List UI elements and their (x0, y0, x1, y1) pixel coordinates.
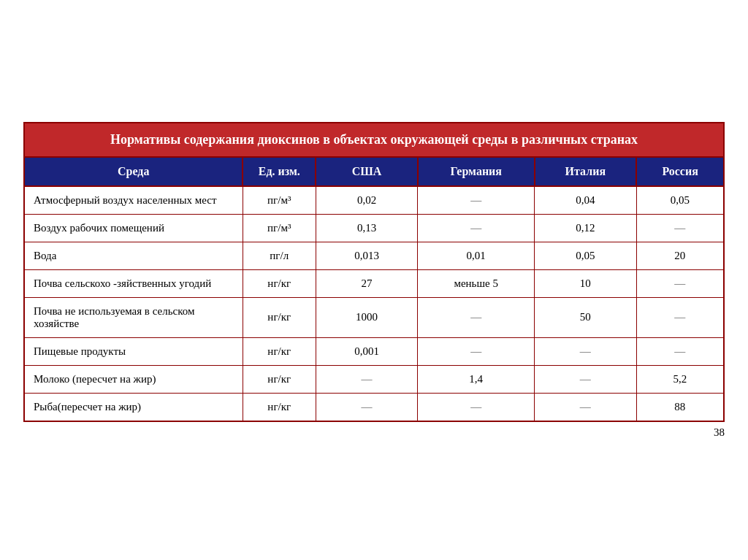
cell-env: Вода (24, 242, 243, 269)
cell-russia: — (636, 269, 724, 297)
cell-germany: — (418, 186, 535, 215)
cell-unit: пг/м³ (243, 186, 316, 215)
cell-russia: 88 (636, 393, 724, 421)
cell-italy: 0,04 (535, 186, 637, 215)
cell-env: Атмосферный воздух населенных мест (24, 186, 243, 215)
cell-env: Почва сельскохо -зяйственных угодий (24, 269, 243, 297)
cell-env: Почва не используемая в сельском хозяйст… (24, 297, 243, 337)
cell-usa: 0,001 (316, 337, 418, 365)
table-row: Пищевые продуктынг/кг0,001——— (24, 337, 724, 365)
cell-unit: пг/м³ (243, 214, 316, 242)
cell-usa: — (316, 365, 418, 393)
cell-unit: нг/кг (243, 297, 316, 337)
cell-italy: 0,12 (535, 214, 637, 242)
main-table: Нормативы содержания диоксинов в объекта… (23, 122, 725, 422)
table-body: Атмосферный воздух населенных местпг/м³0… (24, 186, 724, 421)
table-row: Рыба(пересчет на жир)нг/кг———88 (24, 393, 724, 421)
table-title: Нормативы содержания диоксинов в объекта… (24, 123, 724, 157)
cell-env: Воздух рабочих помещений (24, 214, 243, 242)
cell-russia: 5,2 (636, 365, 724, 393)
table-row: Почва не используемая в сельском хозяйст… (24, 297, 724, 337)
cell-usa: — (316, 393, 418, 421)
cell-russia: — (636, 337, 724, 365)
title-row: Нормативы содержания диоксинов в объекта… (24, 123, 724, 157)
cell-italy: — (535, 365, 637, 393)
cell-germany: 1,4 (418, 365, 535, 393)
cell-germany: 0,01 (418, 242, 535, 269)
cell-germany: меньше 5 (418, 269, 535, 297)
cell-italy: 10 (535, 269, 637, 297)
cell-unit: нг/кг (243, 269, 316, 297)
cell-italy: 50 (535, 297, 637, 337)
header-env: Среда (24, 157, 243, 186)
header-unit: Ед. изм. (243, 157, 316, 186)
cell-italy: — (535, 337, 637, 365)
cell-russia: — (636, 214, 724, 242)
cell-unit: нг/кг (243, 365, 316, 393)
header-russia: Россия (636, 157, 724, 186)
cell-russia: — (636, 297, 724, 337)
cell-germany: — (418, 393, 535, 421)
cell-germany: — (418, 214, 535, 242)
header-usa: США (316, 157, 418, 186)
cell-germany: — (418, 297, 535, 337)
cell-unit: пг/л (243, 242, 316, 269)
cell-env: Пищевые продукты (24, 337, 243, 365)
cell-unit: нг/кг (243, 393, 316, 421)
cell-italy: 0,05 (535, 242, 637, 269)
cell-env: Молоко (пересчет на жир) (24, 365, 243, 393)
cell-env: Рыба(пересчет на жир) (24, 393, 243, 421)
cell-italy: — (535, 393, 637, 421)
table-row: Атмосферный воздух населенных местпг/м³0… (24, 186, 724, 215)
cell-russia: 20 (636, 242, 724, 269)
page-container: Нормативы содержания диоксинов в объекта… (23, 122, 725, 439)
cell-usa: 0,013 (316, 242, 418, 269)
header-germany: Германия (418, 157, 535, 186)
table-row: Водапг/л0,0130,010,0520 (24, 242, 724, 269)
cell-usa: 1000 (316, 297, 418, 337)
page-number: 38 (23, 426, 725, 439)
table-row: Почва сельскохо -зяйственных угодийнг/кг… (24, 269, 724, 297)
cell-usa: 27 (316, 269, 418, 297)
header-row: Среда Ед. изм. США Германия Италия Росси… (24, 157, 724, 186)
cell-usa: 0,13 (316, 214, 418, 242)
cell-unit: нг/кг (243, 337, 316, 365)
table-row: Молоко (пересчет на жир)нг/кг—1,4—5,2 (24, 365, 724, 393)
cell-usa: 0,02 (316, 186, 418, 215)
cell-russia: 0,05 (636, 186, 724, 215)
cell-germany: — (418, 337, 535, 365)
table-row: Воздух рабочих помещенийпг/м³0,13—0,12— (24, 214, 724, 242)
header-italy: Италия (535, 157, 637, 186)
